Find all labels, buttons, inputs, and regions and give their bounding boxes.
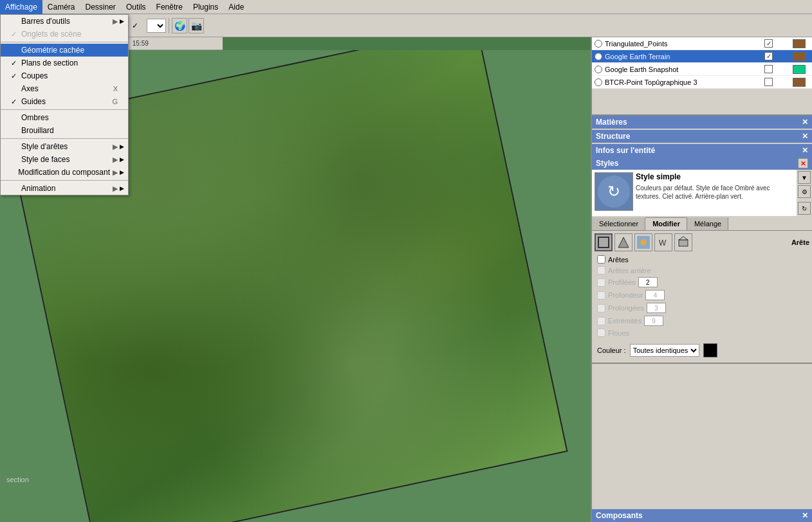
- toolbar-btn-earth[interactable]: 🌍: [172, 18, 187, 33]
- calques-name-geterrain: Google Earth Terrain: [604, 53, 751, 60]
- menu-aide[interactable]: Aide: [223, 0, 249, 14]
- style-icon-model[interactable]: [674, 233, 692, 251]
- calques-row-geterrain[interactable]: Google Earth Terrain: [592, 50, 812, 63]
- shortcut-guides: G: [112, 98, 118, 105]
- menu-outils[interactable]: Outils: [121, 0, 151, 14]
- calques-row-tripoints[interactable]: Triangulated_Points: [592, 37, 812, 50]
- styles-thumbnail[interactable]: ↻: [595, 172, 633, 211]
- label-coupes: Coupes: [21, 71, 48, 80]
- menu-style-aretes[interactable]: Style d'arêtes ▶: [1, 140, 128, 153]
- cb-prolongees-value[interactable]: [647, 303, 666, 313]
- shortcut-animation: ▶: [113, 184, 118, 193]
- styles-thumb-inner: ↻: [598, 176, 630, 208]
- menu-fenetre[interactable]: Fenêtre: [151, 0, 188, 14]
- menu-dessiner[interactable]: Dessiner: [80, 0, 121, 14]
- menu-geo-cachee[interactable]: Géométrie cachée: [1, 44, 128, 57]
- svg-point-3: [640, 239, 647, 246]
- calques-visible-geterrain[interactable]: [751, 52, 786, 60]
- calques-swatch-btcr[interactable]: [793, 78, 806, 87]
- styles-sidebar-btn3[interactable]: ↻: [798, 202, 811, 215]
- couleur-row: Couleur : Toutes identiques: [595, 341, 809, 360]
- cb-profondeur-value[interactable]: [645, 290, 665, 300]
- cb-aretes-arriere-input[interactable]: [597, 266, 605, 274]
- style-icon-edges[interactable]: [595, 233, 613, 251]
- menu-guides[interactable]: ✓ Guides G: [1, 95, 128, 108]
- cb-profilees-input[interactable]: [597, 278, 605, 287]
- menu-camera[interactable]: Caméra: [42, 0, 80, 14]
- style-icon-faces[interactable]: [614, 233, 632, 251]
- calques-check-geterrain[interactable]: [764, 52, 773, 60]
- matieres-close[interactable]: ✕: [802, 118, 808, 127]
- menu-modif-composant[interactable]: Modification du composant ▶: [1, 166, 128, 179]
- calques-check-gesnapshot[interactable]: [764, 65, 773, 73]
- dropdown-menu: Barres d'outils ▶ ✓ Onglets de scène Géo…: [0, 14, 129, 195]
- menu-axes[interactable]: Axes X: [1, 82, 128, 95]
- label-ombres: Ombres: [21, 113, 49, 122]
- calques-visible-gesnapshot[interactable]: [751, 65, 786, 73]
- calques-visible-tripoints[interactable]: [751, 39, 786, 48]
- calques-color-tripoints[interactable]: [786, 39, 812, 48]
- styles-sidebar-btn1[interactable]: ▼: [798, 171, 811, 184]
- shortcut-axes: X: [113, 85, 118, 93]
- cb-prolongees-label: Prolongées: [608, 304, 644, 312]
- menu-style-faces[interactable]: Style de faces ▶: [1, 153, 128, 166]
- calques-swatch-tripoints[interactable]: [793, 39, 806, 48]
- cb-extremites-value[interactable]: [644, 316, 663, 326]
- calques-color-gesnapshot[interactable]: [786, 65, 812, 74]
- cb-aretes-input[interactable]: [597, 255, 605, 264]
- cb-profilees-value[interactable]: [638, 277, 658, 287]
- sep3: [1, 138, 128, 139]
- styles-close-btn[interactable]: ✕: [798, 158, 808, 168]
- toolbar-btn-check[interactable]: ✓: [129, 19, 142, 32]
- menu-barres-outils[interactable]: Barres d'outils ▶: [1, 15, 128, 28]
- infos-title: Infos sur l'entité: [596, 146, 655, 155]
- menu-animation[interactable]: Animation ▶: [1, 182, 128, 195]
- cb-aretes: Arêtes: [595, 254, 809, 265]
- checkmark-coupes: ✓: [11, 72, 19, 80]
- tab-melange[interactable]: Mélange: [687, 217, 728, 230]
- couleur-select[interactable]: Toutes identiques: [630, 344, 699, 357]
- couleur-swatch[interactable]: [703, 343, 717, 357]
- style-icon-background[interactable]: [634, 233, 652, 251]
- svg-text:W: W: [659, 239, 667, 248]
- menu-plugins[interactable]: Plugins: [188, 0, 223, 14]
- menu-coupes[interactable]: ✓ Coupes: [1, 69, 128, 82]
- calques-visible-btcr[interactable]: [751, 78, 786, 86]
- tab-modifier[interactable]: Modifier: [645, 217, 687, 230]
- refresh-icon: ↻: [607, 183, 620, 201]
- menu-plans-section[interactable]: ✓ Plans de section: [1, 57, 128, 69]
- shortcut-barres: ▶: [113, 17, 118, 26]
- calques-color-geterrain[interactable]: [786, 52, 812, 61]
- cb-aretes-arriere-label: Arêtes arrière: [608, 267, 651, 274]
- label-barres: Barres d'outils: [21, 17, 70, 26]
- cb-floues-input[interactable]: [597, 328, 605, 337]
- calques-swatch-geterrain[interactable]: [793, 52, 806, 61]
- styles-sidebar-btn2[interactable]: ⚙: [798, 185, 811, 198]
- menu-brouillard[interactable]: Brouillard: [1, 124, 128, 137]
- cb-profondeur-label: Profondeur: [608, 291, 643, 299]
- menu-onglets[interactable]: ✓ Onglets de scène: [1, 28, 128, 40]
- menu-ombres[interactable]: Ombres: [1, 111, 128, 124]
- calques-color-btcr[interactable]: [786, 78, 812, 87]
- layer-select[interactable]: Layer0: [147, 19, 166, 33]
- toolbar-btn-camera[interactable]: 📷: [189, 18, 204, 33]
- calques-check-tripoints[interactable]: [764, 39, 773, 48]
- cb-prolongees-input[interactable]: [597, 304, 605, 312]
- tab-selectionner[interactable]: Sélectionner: [592, 217, 645, 230]
- menu-affichage[interactable]: Affichage: [0, 0, 42, 14]
- style-icon-watermark[interactable]: W: [654, 233, 672, 251]
- structure-close[interactable]: ✕: [802, 132, 808, 141]
- composants-close[interactable]: ✕: [802, 511, 808, 520]
- cb-extremites-input[interactable]: [597, 317, 605, 325]
- infos-close[interactable]: ✕: [802, 146, 808, 155]
- calques-swatch-gesnapshot[interactable]: [793, 65, 806, 74]
- calques-row-btcr[interactable]: BTCR-Point Topûgraphique 3: [592, 76, 812, 89]
- style-icons-row: W Arête: [595, 233, 809, 251]
- shortcut-style-faces: ▶: [113, 156, 118, 164]
- calques-check-btcr[interactable]: [764, 78, 773, 86]
- cb-profondeur-input[interactable]: [597, 291, 605, 300]
- calques-name-gesnapshot: Google Earth Snapshot: [604, 66, 751, 73]
- calques-row-gesnapshot[interactable]: Google Earth Snapshot: [592, 63, 812, 76]
- svg-marker-1: [618, 237, 629, 248]
- cb-extremites-label: Extrémités: [608, 317, 641, 325]
